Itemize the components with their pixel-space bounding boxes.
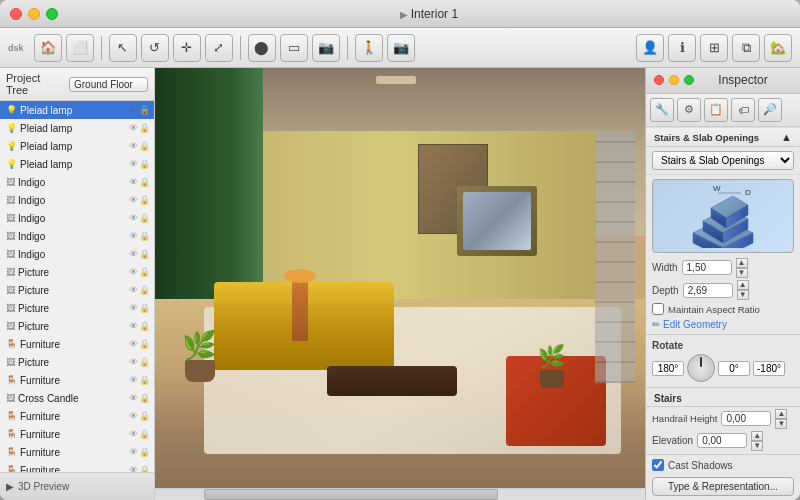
tree-item[interactable]: 🖼 Picture 👁 🔒	[0, 263, 154, 281]
toolbar-btn-rotate[interactable]: ↺	[141, 34, 169, 62]
depth-stepper[interactable]: ▲ ▼	[737, 280, 749, 300]
tree-item[interactable]: 🖼 Indigo 👁 🔒	[0, 227, 154, 245]
tree-item-eye-icon[interactable]: 👁	[129, 411, 138, 421]
toolbar-btn-layers[interactable]: ⧉	[732, 34, 760, 62]
tree-item-eye-icon[interactable]: 👁	[129, 357, 138, 367]
tree-item-eye-icon[interactable]: 👁	[129, 285, 138, 295]
tree-item-lock-icon[interactable]: 🔒	[139, 267, 150, 277]
tree-item-lock-icon[interactable]: 🔒	[139, 303, 150, 313]
insp-btn-5[interactable]: 🔎	[758, 98, 782, 122]
tree-item-eye-icon[interactable]: 👁	[129, 321, 138, 331]
maximize-button[interactable]	[46, 8, 58, 20]
handrail-value[interactable]: 0,00	[721, 411, 771, 426]
tree-item-lock-icon[interactable]: 🔒	[139, 159, 150, 169]
tree-item[interactable]: 🪑 Furniture 👁 🔒	[0, 443, 154, 461]
tree-item-lock-icon[interactable]: 🔒	[139, 195, 150, 205]
tree-item-eye-icon[interactable]: 👁	[129, 231, 138, 241]
tree-item-lock-icon[interactable]: 🔒	[139, 465, 150, 472]
minimize-button[interactable]	[28, 8, 40, 20]
tree-item-lock-icon[interactable]: 🔒	[139, 411, 150, 421]
tree-item[interactable]: 🖼 Picture 👁 🔒	[0, 299, 154, 317]
inspector-min-btn[interactable]	[669, 75, 679, 85]
tree-item-eye-icon[interactable]: 👁	[129, 123, 138, 133]
scrollbar-thumb[interactable]	[204, 489, 498, 500]
tree-item-lock-icon[interactable]: 🔒	[139, 321, 150, 331]
stairs-type-select[interactable]: Stairs & Slab Openings	[652, 151, 794, 170]
depth-down-btn[interactable]: ▼	[737, 290, 749, 300]
toolbar-btn-info[interactable]: ℹ	[668, 34, 696, 62]
tree-item-lock-icon[interactable]: 🔒	[139, 123, 150, 133]
tree-item[interactable]: 🖼 Picture 👁 🔒	[0, 353, 154, 371]
toolbar-btn-walk[interactable]: 🚶	[355, 34, 383, 62]
handrail-stepper[interactable]: ▲ ▼	[775, 409, 787, 429]
insp-btn-3[interactable]: 📋	[704, 98, 728, 122]
toolbar-btn-floor[interactable]: ⬜	[66, 34, 94, 62]
tree-item-eye-icon[interactable]: 👁	[129, 177, 138, 187]
width-down-btn[interactable]: ▼	[736, 268, 748, 278]
tree-item[interactable]: 🪑 Furniture 👁 🔒	[0, 335, 154, 353]
tree-item[interactable]: 🖼 Cross Candle 👁 🔒	[0, 389, 154, 407]
tree-item-eye-icon[interactable]: 👁	[129, 465, 138, 472]
tree-item-lock-icon[interactable]: 🔒	[139, 213, 150, 223]
tree-item[interactable]: 🖼 Indigo 👁 🔒	[0, 191, 154, 209]
toolbar-btn-rect[interactable]: ▭	[280, 34, 308, 62]
toolbar-btn-move[interactable]: ✛	[173, 34, 201, 62]
rotate-dial[interactable]	[687, 354, 715, 382]
toolbar-btn-person[interactable]: 👤	[636, 34, 664, 62]
depth-up-btn[interactable]: ▲	[737, 280, 749, 290]
tree-item[interactable]: 🪑 Furniture 👁 🔒	[0, 425, 154, 443]
toolbar-btn-select[interactable]: ↖	[109, 34, 137, 62]
tree-list[interactable]: 💡 Pleiad lamp 👁 🔒 💡 Pleiad lamp 👁 🔒 💡 Pl…	[0, 101, 154, 472]
rotate-min-value[interactable]: 180°	[652, 361, 684, 376]
tree-item-lock-icon[interactable]: 🔒	[139, 447, 150, 457]
toolbar-btn-grid[interactable]: ⊞	[700, 34, 728, 62]
toolbar-btn-render[interactable]: 📷	[387, 34, 415, 62]
tree-item-eye-icon[interactable]: 👁	[129, 393, 138, 403]
tree-item-eye-icon[interactable]: 👁	[129, 429, 138, 439]
elevation-stepper[interactable]: ▲ ▼	[751, 431, 763, 451]
toolbar-btn-scale[interactable]: ⤢	[205, 34, 233, 62]
tree-item[interactable]: 🖼 Picture 👁 🔒	[0, 281, 154, 299]
rotate-neg-value[interactable]: -180°	[753, 361, 785, 376]
toolbar-btn-home2[interactable]: 🏡	[764, 34, 792, 62]
tree-item-lock-icon[interactable]: 🔒	[139, 249, 150, 259]
width-up-btn[interactable]: ▲	[736, 258, 748, 268]
tree-item-lock-icon[interactable]: 🔒	[139, 141, 150, 151]
tree-item-eye-icon[interactable]: 👁	[129, 141, 138, 151]
tree-item[interactable]: 🖼 Indigo 👁 🔒	[0, 209, 154, 227]
tree-item-eye-icon[interactable]: 👁	[129, 267, 138, 277]
insp-btn-1[interactable]: 🔧	[650, 98, 674, 122]
handrail-down-btn[interactable]: ▼	[775, 419, 787, 429]
tree-item-eye-icon[interactable]: 👁	[129, 159, 138, 169]
toolbar-btn-house[interactable]: 🏠	[34, 34, 62, 62]
viewport-3d[interactable]: 🌿 🌿	[155, 68, 645, 488]
tree-item[interactable]: 🖼 Indigo 👁 🔒	[0, 245, 154, 263]
cast-shadows-checkbox[interactable]	[652, 459, 664, 471]
close-button[interactable]	[10, 8, 22, 20]
tree-item-eye-icon[interactable]: 👁	[129, 375, 138, 385]
maintain-aspect-checkbox[interactable]	[652, 303, 664, 315]
tree-item-lock-icon[interactable]: 🔒	[139, 357, 150, 367]
edit-geometry-link[interactable]: ✏ Edit Geometry	[646, 317, 800, 332]
elevation-down-btn[interactable]: ▼	[751, 441, 763, 451]
toolbar-btn-circle[interactable]: ⬤	[248, 34, 276, 62]
tree-item[interactable]: 💡 Pleiad lamp 👁 🔒	[0, 101, 154, 119]
3d-preview-toggle[interactable]: ▶ 3D Preview	[0, 472, 154, 500]
tree-item-eye-icon[interactable]: 👁	[129, 249, 138, 259]
tree-item[interactable]: 🖼 Picture 👁 🔒	[0, 317, 154, 335]
inspector-close-btn[interactable]	[654, 75, 664, 85]
tree-item-lock-icon[interactable]: 🔒	[139, 429, 150, 439]
tree-item[interactable]: 💡 Pleiad lamp 👁 🔒	[0, 137, 154, 155]
tree-item-eye-icon[interactable]: 👁	[129, 105, 138, 115]
tree-item[interactable]: 🪑 Furniture 👁 🔒	[0, 461, 154, 472]
tree-item-eye-icon[interactable]: 👁	[129, 447, 138, 457]
tree-item-lock-icon[interactable]: 🔒	[139, 393, 150, 403]
tree-item[interactable]: 🪑 Furniture 👁 🔒	[0, 371, 154, 389]
stairs-section-arrow[interactable]: ▲	[781, 131, 792, 143]
tree-item-lock-icon[interactable]: 🔒	[139, 105, 150, 115]
floor-selector[interactable]: Ground Floor	[69, 77, 148, 92]
viewport-scrollbar-horizontal[interactable]	[155, 488, 645, 500]
inspector-max-btn[interactable]	[684, 75, 694, 85]
insp-btn-4[interactable]: 🏷	[731, 98, 755, 122]
elevation-up-btn[interactable]: ▲	[751, 431, 763, 441]
